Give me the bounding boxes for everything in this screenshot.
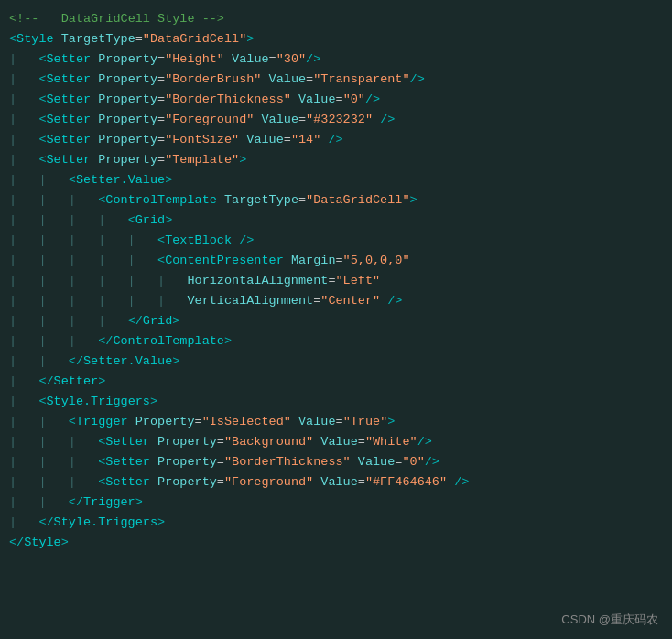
code-line: | | | | <Grid> xyxy=(0,211,672,231)
code-line: | <Setter Property="Foreground" Value="#… xyxy=(0,110,672,130)
code-line: <!-- DataGridCell Style --> xyxy=(0,9,672,29)
code-line: | | | | | <ContentPresenter Margin="5,0,… xyxy=(0,251,672,271)
code-editor: <!-- DataGridCell Style --><Style Target… xyxy=(0,0,672,639)
code-line: | | | | </Grid> xyxy=(0,311,672,331)
code-line: | | | | | | VerticalAlignment="Center" /… xyxy=(0,291,672,311)
code-line: | </Setter> xyxy=(0,372,672,392)
code-line: | <Setter Property="Template"> xyxy=(0,150,672,170)
code-line: | | | <Setter Property="Foreground" Valu… xyxy=(0,472,672,493)
code-line: </Style> xyxy=(0,533,672,553)
code-line: | | | | | | HorizontalAlignment="Left" xyxy=(0,271,672,291)
code-line: | | | | | <TextBlock /> xyxy=(0,231,672,251)
code-line: | </Style.Triggers> xyxy=(0,513,672,533)
code-line: | | <Setter.Value> xyxy=(0,170,672,190)
code-line: | <Setter Property="BorderBrush" Value="… xyxy=(0,70,672,90)
code-line: | | | <Setter Property="Background" Valu… xyxy=(0,432,672,452)
code-line: | | | </ControlTemplate> xyxy=(0,331,672,352)
code-line: | <Style.Triggers> xyxy=(0,392,672,412)
code-line: <Style TargetType="DataGridCell"> xyxy=(0,29,672,49)
code-line: | | </Trigger> xyxy=(0,493,672,513)
code-line: | <Setter Property="BorderThickness" Val… xyxy=(0,90,672,110)
code-line: | | | <ControlTemplate TargetType="DataG… xyxy=(0,190,672,211)
code-line: | <Setter Property="Height" Value="30"/> xyxy=(0,49,672,70)
watermark: CSDN @重庆码农 xyxy=(561,611,658,630)
code-line: | | </Setter.Value> xyxy=(0,352,672,372)
code-line: | <Setter Property="FontSize" Value="14"… xyxy=(0,130,672,150)
code-line: | | | <Setter Property="BorderThickness"… xyxy=(0,452,672,472)
code-line: | | <Trigger Property="IsSelected" Value… xyxy=(0,412,672,432)
